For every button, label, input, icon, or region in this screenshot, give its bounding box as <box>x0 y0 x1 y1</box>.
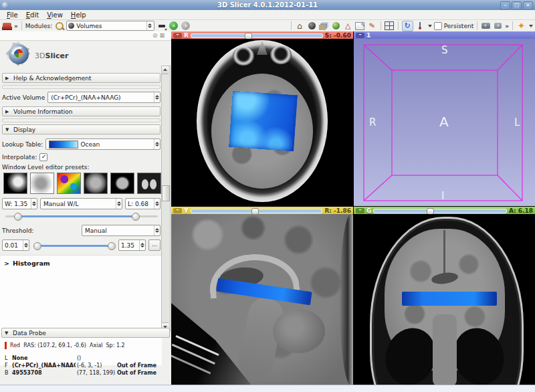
mouse-pin-icon[interactable] <box>415 21 425 31</box>
menu-help[interactable]: Help <box>67 11 90 19</box>
collapse-viewport-icon[interactable]: – <box>356 33 364 38</box>
interpolate-checkbox[interactable]: ✓ <box>39 153 47 161</box>
volume-rendering-globe-icon[interactable] <box>331 21 341 31</box>
screenshot-camera-icon[interactable] <box>481 21 491 31</box>
menu-file[interactable]: File <box>3 11 22 19</box>
collapse-viewport-icon[interactable]: – <box>173 33 182 38</box>
views-sphere-icon[interactable] <box>307 21 317 31</box>
home-icon[interactable]: ⌂ <box>295 21 305 31</box>
level-spinbox[interactable]: L: 0.68 <box>125 198 160 209</box>
display-section[interactable]: ▼ Display <box>2 124 160 134</box>
panel-pin-icon[interactable]: ⊘ <box>152 32 158 39</box>
threshold-min-handle[interactable] <box>33 242 41 250</box>
ct-air-preset[interactable] <box>30 173 54 194</box>
lookup-table-combobox[interactable]: Ocean <box>45 138 160 150</box>
history-forward-icon[interactable]: › <box>181 21 191 31</box>
pet-preset[interactable] <box>57 173 81 194</box>
ct-abdomen-preset[interactable] <box>84 173 108 194</box>
pencil-icon[interactable]: ✎ <box>366 20 378 31</box>
persistent-checkbox[interactable] <box>434 22 442 30</box>
ct-lung-preset[interactable] <box>137 173 161 194</box>
coronal-slice-image[interactable] <box>354 214 535 385</box>
threshold-max-handle[interactable] <box>108 242 116 250</box>
annotation-icon[interactable] <box>355 21 365 31</box>
spin-arrows-icon <box>139 240 145 250</box>
load-data-icon[interactable] <box>2 21 12 31</box>
green-slice-slider[interactable] <box>373 207 507 213</box>
wl-min-handle[interactable] <box>14 213 22 221</box>
threshold-min-spinbox[interactable]: 0.01 <box>2 239 29 251</box>
orientation-inferior: I <box>441 190 444 202</box>
wl-mode-combobox[interactable]: Manual W/L <box>40 198 122 209</box>
collapsed-frame <box>2 85 160 89</box>
panel-close-icon[interactable]: ⊠ <box>159 32 165 39</box>
collapse-viewport-icon[interactable]: – <box>356 208 364 213</box>
ct-brain-preset[interactable] <box>110 173 134 194</box>
mouse-mode-dropdown-icon[interactable] <box>428 25 432 27</box>
minimize-button[interactable]: – <box>500 1 510 10</box>
slicer-window: 3D Slicer 4.0.1.2012-01-11 – □ ✕ File Ed… <box>0 0 535 392</box>
ct-bone-preset[interactable] <box>3 173 27 194</box>
modules-combobox[interactable]: Volumes <box>66 21 154 31</box>
orientation-right: R <box>369 116 376 128</box>
layout-icon[interactable] <box>385 21 395 31</box>
history-back-icon[interactable]: ‹ <box>169 21 179 31</box>
green-slice-viewport[interactable]: – G A: 6.18 <box>354 207 535 385</box>
yellow-slice-slider[interactable] <box>191 207 323 213</box>
menu-view[interactable]: View <box>43 11 67 19</box>
close-button[interactable]: ✕ <box>523 1 533 10</box>
threshold-mode-combobox[interactable]: Manual <box>82 225 160 236</box>
modules-label: Modules: <box>25 23 52 29</box>
spectroscopy-overlay <box>402 292 497 306</box>
toolbar-overflow-chevron[interactable]: » <box>14 23 18 29</box>
scrollbar-thumb[interactable] <box>162 185 170 201</box>
layer-letter: B <box>5 370 11 376</box>
sagittal-slice-image[interactable] <box>171 214 353 385</box>
window-level-range-slider[interactable] <box>5 212 158 220</box>
threeD-scene[interactable]: S A R L I <box>354 39 535 206</box>
window-spinbox[interactable]: W: 1.35 <box>2 198 37 209</box>
wl-max-handle[interactable] <box>132 213 140 221</box>
maximize-button[interactable]: □ <box>512 1 522 10</box>
volume-information-section[interactable]: ▶ Volume Information <box>2 106 160 116</box>
red-slice-viewport[interactable]: – R S: -0.60 <box>171 31 353 206</box>
active-volume-combobox[interactable]: (Cr+PCr)_(NAA+NAAG) <box>47 92 160 103</box>
scroll-up-icon[interactable] <box>162 66 169 74</box>
layer-coords: (-6, 3, -1) <box>77 363 116 369</box>
lookup-table-label: Lookup Table: <box>2 141 43 148</box>
menu-edit[interactable]: Edit <box>22 11 43 19</box>
collapse-viewport-icon[interactable]: – <box>173 208 182 213</box>
slice-name: Red <box>10 342 20 349</box>
layer-name: (Cr+PCr)_(NAA+NAAG) <box>12 363 76 369</box>
layer-status: Out of Frame <box>117 370 169 376</box>
axial-slice-image[interactable] <box>171 39 353 206</box>
expanded-arrow-icon: ▼ <box>5 330 9 336</box>
crosshair-rotate-icon[interactable]: ↻ <box>402 21 413 31</box>
data-probe-section[interactable]: ▼ Data Probe <box>1 328 170 338</box>
red-slice-offset: S: -0.60 <box>325 32 351 39</box>
panel-scrollbar[interactable] <box>161 66 171 331</box>
red-slice-slider[interactable] <box>191 32 323 38</box>
module-search-icon[interactable] <box>54 21 64 31</box>
slice-ras: RAS: (107.2, 69.1, -0.6) <box>23 342 86 349</box>
scene-view-camera-icon[interactable] <box>493 21 503 31</box>
titlebar: 3D Slicer 4.0.1.2012-01-11 – □ ✕ <box>0 0 535 10</box>
layers-icon[interactable] <box>319 21 329 31</box>
threshold-max-spinbox[interactable]: 1.35 <box>118 239 146 251</box>
yellow-slice-viewport[interactable]: – Y R: -1.86 <box>171 207 353 385</box>
extensions-star-icon[interactable]: ✦ <box>516 21 526 31</box>
layer-letter: F <box>5 363 11 369</box>
histogram-section[interactable]: > Histogram <box>4 260 160 267</box>
toolbar-more-chevron[interactable]: » <box>505 23 509 29</box>
module-level-icon[interactable] <box>156 21 167 31</box>
orientation-superior: S <box>441 44 448 56</box>
slice-spacing: Sp: 1.2 <box>106 342 125 349</box>
help-acknowledgement-section[interactable]: ▶ Help & Acknowledgement <box>2 73 160 83</box>
extensions-dropdown-icon[interactable] <box>529 25 533 27</box>
threshold-more-button[interactable]: … <box>148 239 160 251</box>
threeD-viewport[interactable]: – 1 S A R L I <box>354 31 535 206</box>
spin-arrows-icon <box>31 199 37 209</box>
measurements-icon[interactable]: △ <box>343 21 353 31</box>
threshold-range-slider[interactable] <box>33 241 114 250</box>
status-bar <box>0 385 535 392</box>
